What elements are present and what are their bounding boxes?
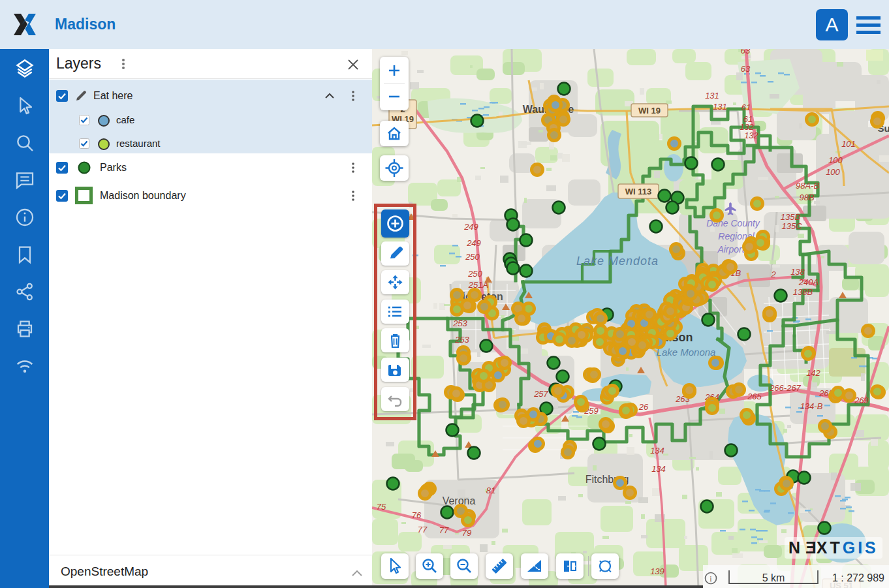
svg-text:100: 100 (826, 167, 840, 177)
svg-text:75: 75 (377, 502, 386, 512)
svg-text:Lake Monona: Lake Monona (657, 347, 716, 358)
svg-text:249: 249 (466, 238, 481, 248)
svg-text:2: 2 (770, 270, 776, 279)
svg-text:Lake Mendota: Lake Mendota (576, 255, 659, 268)
svg-text:98A-B: 98A-B (796, 181, 819, 191)
svg-text:134: 134 (650, 446, 664, 456)
svg-text:1 : 272 989: 1 : 272 989 (832, 572, 884, 583)
svg-text:132: 132 (744, 131, 758, 140)
svg-text:76: 76 (412, 510, 422, 520)
svg-text:26: 26 (638, 402, 649, 412)
svg-text:WI 113: WI 113 (625, 187, 651, 196)
svg-text:134-B: 134-B (800, 401, 823, 411)
svg-text:98B: 98B (799, 193, 814, 202)
svg-text:77: 77 (439, 525, 449, 535)
svg-text:100: 100 (828, 155, 843, 165)
svg-text:266-267: 266-267 (769, 383, 801, 393)
svg-text:135B: 135B (781, 212, 801, 222)
svg-text:WI 19: WI 19 (638, 106, 661, 116)
svg-text:253: 253 (454, 335, 469, 345)
svg-text:138: 138 (790, 267, 805, 277)
svg-text:257: 257 (533, 389, 548, 399)
svg-text:5 km: 5 km (762, 572, 785, 583)
svg-text:249: 249 (463, 222, 478, 232)
svg-text:61: 61 (741, 102, 751, 112)
svg-text:250: 250 (465, 252, 480, 262)
svg-text:101: 101 (841, 139, 856, 149)
svg-text:63: 63 (741, 64, 751, 74)
svg-text:240A: 240A (798, 277, 819, 287)
svg-text:79: 79 (462, 528, 471, 538)
svg-text:77: 77 (418, 525, 428, 534)
svg-text:63: 63 (741, 49, 751, 55)
svg-text:138B: 138B (793, 287, 813, 297)
svg-text:134: 134 (651, 464, 666, 474)
svg-text:i: i (710, 574, 712, 583)
svg-text:131: 131 (705, 91, 719, 101)
svg-text:250: 250 (467, 269, 482, 279)
svg-text:131: 131 (713, 102, 727, 112)
svg-text:253: 253 (452, 318, 467, 328)
svg-text:142: 142 (806, 368, 820, 378)
svg-text:265: 265 (747, 392, 762, 401)
svg-text:135C: 135C (781, 221, 802, 231)
svg-text:Airport: Airport (717, 244, 745, 255)
svg-text:139: 139 (650, 566, 664, 576)
svg-text:81: 81 (486, 486, 495, 495)
